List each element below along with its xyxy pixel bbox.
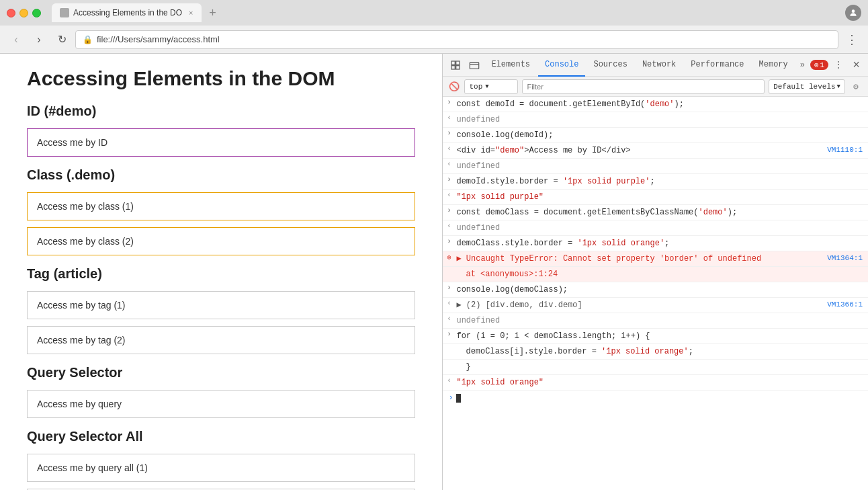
tag-demo-box-2: Access me by tag (2) bbox=[27, 326, 415, 354]
reload-button[interactable]: ↻ bbox=[52, 30, 71, 49]
responsive-design-button[interactable] bbox=[466, 56, 483, 74]
svg-rect-3 bbox=[451, 65, 455, 69]
profile-icon[interactable] bbox=[845, 5, 861, 21]
line-source: VM1110:1 bbox=[827, 145, 863, 154]
console-text: console.log(demoClass); bbox=[456, 284, 863, 296]
tab-console[interactable]: Console bbox=[538, 54, 585, 77]
tab-network[interactable]: Network bbox=[636, 54, 683, 77]
console-line: › for (i = 0; i < demoClass.length; i++)… bbox=[443, 329, 868, 344]
devtools-close-button[interactable]: × bbox=[849, 58, 864, 72]
class-section-heading: Class (.demo) bbox=[27, 167, 415, 183]
error-detail-text: at <anonymous>:1:24 bbox=[456, 268, 863, 280]
tab-favicon bbox=[60, 8, 69, 17]
query-section-heading: Query Selector bbox=[27, 365, 415, 380]
element-picker-button[interactable] bbox=[447, 56, 464, 74]
content-area: Accessing Elements in the DOM ID (#demo)… bbox=[0, 54, 868, 490]
svg-rect-1 bbox=[451, 61, 455, 65]
address-bar[interactable]: 🔒 file:///Users/sammy/access.html bbox=[75, 30, 838, 49]
console-line: › const demoId = document.getElementById… bbox=[443, 97, 868, 112]
tag-demo-box-1: Access me by tag (1) bbox=[27, 291, 415, 319]
devtools-more-options[interactable]: ⋮ bbox=[830, 56, 847, 74]
more-tabs-button[interactable]: » bbox=[796, 58, 809, 73]
input-arrow: › bbox=[447, 331, 451, 338]
input-arrow: › bbox=[447, 176, 451, 183]
console-line: › demoId.style.border = '1px solid purpl… bbox=[443, 174, 868, 190]
input-arrow: › bbox=[447, 99, 451, 106]
svg-rect-2 bbox=[456, 61, 460, 65]
browser-menu-button[interactable]: ⋮ bbox=[842, 30, 861, 49]
tab-performance[interactable]: Performance bbox=[684, 54, 750, 77]
line-source: VM1364:1 bbox=[827, 253, 863, 262]
output-arrow: ‹ bbox=[447, 161, 451, 168]
page-title: Accessing Elements in the DOM bbox=[27, 67, 415, 90]
console-line: } bbox=[443, 360, 868, 375]
svg-point-0 bbox=[852, 9, 855, 13]
output-arrow: ‹ bbox=[447, 192, 451, 199]
console-line: › const demoClass = document.getElements… bbox=[443, 205, 868, 220]
browser-tab-active[interactable]: Accessing Elements in the DO × bbox=[52, 3, 202, 22]
console-text: undefined bbox=[456, 222, 863, 234]
id-section-heading: ID (#demo) bbox=[27, 104, 415, 119]
console-text: demoClass.style.border = '1px solid oran… bbox=[456, 237, 863, 249]
tab-memory[interactable]: Memory bbox=[752, 54, 795, 77]
back-button[interactable]: ‹ bbox=[7, 30, 26, 49]
nav-bar: ‹ › ↻ 🔒 file:///Users/sammy/access.html … bbox=[0, 26, 868, 54]
tab-elements[interactable]: Elements bbox=[484, 54, 537, 77]
close-window-button[interactable] bbox=[7, 9, 15, 17]
input-arrow: › bbox=[447, 238, 451, 245]
console-line: ‹ undefined bbox=[443, 159, 868, 174]
maximize-window-button[interactable] bbox=[32, 9, 41, 17]
console-text: for (i = 0; i < demoClass.length; i++) { bbox=[456, 330, 863, 342]
devtools-tab-bar: Elements Console Sources Network Perform… bbox=[443, 54, 868, 77]
console-settings-button[interactable]: ⚙ bbox=[849, 80, 863, 93]
console-line: ‹ "1px solid purple" bbox=[443, 190, 868, 205]
console-text: <div id="demo">Access me by ID</div> bbox=[456, 145, 822, 157]
tab-sources[interactable]: Sources bbox=[587, 54, 634, 77]
input-arrow: › bbox=[447, 130, 451, 137]
traffic-lights bbox=[7, 9, 41, 17]
input-arrow: › bbox=[447, 207, 451, 214]
console-text: ▶ (2) [div.demo, div.demo] bbox=[456, 299, 822, 311]
tag-section-heading: Tag (article) bbox=[27, 266, 415, 282]
tab-close-button[interactable]: × bbox=[189, 9, 193, 17]
line-source: VM1366:1 bbox=[827, 299, 863, 309]
query-all-demo-box-1: Access me by query all (1) bbox=[27, 454, 415, 482]
console-text: console.log(demoId); bbox=[456, 129, 863, 141]
console-line: ‹ undefined bbox=[443, 313, 868, 329]
clear-console-button[interactable]: 🚫 bbox=[448, 81, 460, 93]
svg-rect-4 bbox=[456, 65, 460, 69]
query-all-section-heading: Query Selector All bbox=[27, 429, 415, 444]
console-line: › console.log(demoId); bbox=[443, 128, 868, 143]
log-levels-dropdown-icon: ▼ bbox=[837, 83, 840, 90]
console-line: demoClass[i].style.border = '1px solid o… bbox=[443, 344, 868, 360]
address-text: file:///Users/sammy/access.html bbox=[97, 34, 220, 44]
context-value: top bbox=[469, 83, 482, 91]
console-text: const demoClass = document.getElementsBy… bbox=[456, 206, 863, 218]
filter-input[interactable] bbox=[522, 79, 765, 94]
output-arrow: ‹ bbox=[447, 300, 451, 307]
devtools-panel: Elements Console Sources Network Perform… bbox=[442, 54, 868, 490]
console-input-line[interactable]: › bbox=[443, 391, 868, 405]
forward-button[interactable]: › bbox=[30, 30, 48, 49]
output-arrow: ‹ bbox=[447, 222, 451, 230]
log-levels-selector[interactable]: Default levels ▼ bbox=[769, 79, 845, 94]
security-icon: 🔒 bbox=[83, 35, 93, 44]
output-arrow: ‹ bbox=[447, 377, 451, 384]
console-line: ‹ ▶ (2) [div.demo, div.demo] VM1366:1 bbox=[443, 298, 868, 313]
console-line: › console.log(demoClass); bbox=[443, 282, 868, 298]
console-line: ‹ "1px solid orange" bbox=[443, 375, 868, 391]
error-count: 1 bbox=[820, 61, 825, 69]
browser-window: Accessing Elements in the DO × + ‹ › ↻ 🔒… bbox=[0, 0, 868, 490]
console-cursor bbox=[456, 394, 461, 403]
context-selector[interactable]: top ▼ bbox=[464, 79, 518, 94]
class-demo-box-2: Access me by class (2) bbox=[27, 227, 415, 255]
title-bar: Accessing Elements in the DO × + bbox=[0, 0, 868, 26]
minimize-window-button[interactable] bbox=[19, 9, 28, 17]
console-text: } bbox=[456, 361, 863, 373]
error-count-badge: ⊗ 1 bbox=[810, 60, 828, 70]
log-levels-value: Default levels bbox=[773, 83, 835, 91]
id-demo-box: Access me by ID bbox=[27, 128, 415, 157]
new-tab-button[interactable]: + bbox=[204, 4, 222, 22]
console-text: demoClass[i].style.border = '1px solid o… bbox=[456, 345, 863, 358]
console-toolbar: 🚫 top ▼ Default levels ▼ ⚙ bbox=[443, 77, 868, 97]
